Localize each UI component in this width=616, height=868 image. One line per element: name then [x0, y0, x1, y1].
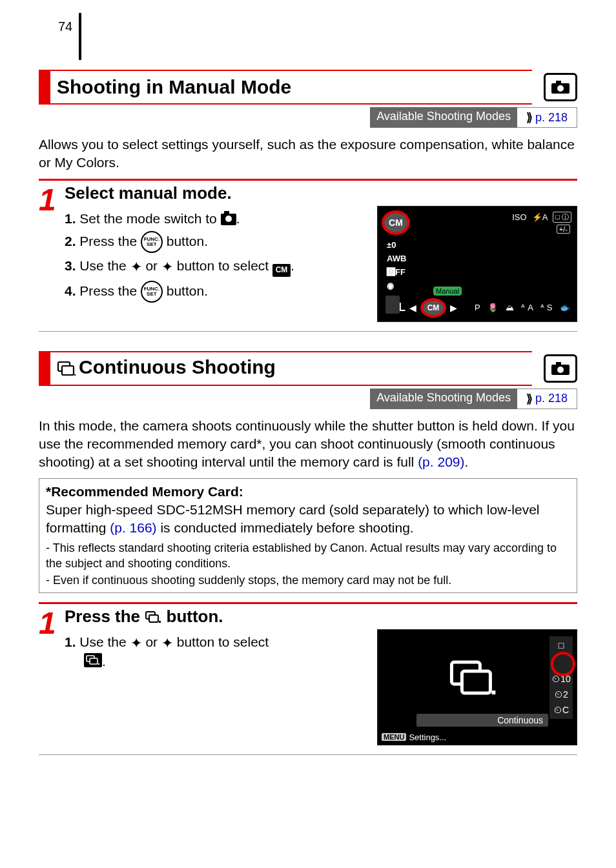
- page-ref: p. 218: [535, 392, 568, 405]
- camera-icon: [221, 214, 236, 225]
- step-line-2: 2. Press the FUNC.SET button.: [65, 231, 369, 253]
- step1-title: Select manual mode.: [65, 183, 232, 203]
- available-modes-label: Available Shooting Modes: [370, 107, 517, 128]
- lcd-iso-icon: ISO: [512, 212, 526, 222]
- step-number: 1: [39, 183, 65, 216]
- section2-intro: In this mode, the camera shoots continuo…: [39, 417, 577, 472]
- page-ref: p. 218: [535, 111, 568, 125]
- arrow-right-icon: ✦: [161, 259, 173, 275]
- lcd-continuous-highlight: [551, 652, 575, 676]
- lcd-continuous-label: Continuous: [416, 714, 548, 727]
- svg-point-2: [557, 85, 564, 92]
- svg-rect-10: [159, 621, 161, 623]
- recommended-card-box: *Recommended Memory Card: Super high-spe…: [39, 478, 577, 593]
- step-number: 1: [39, 607, 65, 639]
- camera-icon: [551, 80, 570, 94]
- arrow-up-icon: ✦: [130, 635, 142, 651]
- svg-rect-1: [556, 81, 561, 84]
- page-number: 74: [39, 13, 81, 60]
- arrow-left-icon: ✦: [130, 259, 142, 275]
- lcd-manual-tooltip: Manual: [433, 287, 462, 296]
- lcd-om-row-highlight: CM: [420, 298, 446, 318]
- available-modes-link[interactable]: ⟫ p. 218: [517, 107, 577, 128]
- lcd-mode-row-icons: P 🌷 ⛰ ᴬA ᴬS 🐟: [461, 303, 573, 312]
- lcd-continuous-large-icon: [447, 658, 497, 697]
- lcd-awb-icon: AWB: [387, 254, 406, 263]
- lcd-sd-icon: [385, 296, 400, 314]
- svg-rect-6: [556, 362, 561, 365]
- svg-rect-4: [62, 366, 74, 375]
- page-ref-link[interactable]: (p. 166): [110, 520, 156, 535]
- lcd-drive-menu-column: □ ⏲10 ⏲2 ⏲C: [549, 636, 573, 719]
- lcd-preview-continuous: □ ⏲10 ⏲2 ⏲C Continuous MENU Settings...: [377, 629, 577, 745]
- continuous-icon: [57, 359, 76, 381]
- lcd-om-highlight: CM: [382, 210, 410, 235]
- svg-rect-12: [90, 658, 98, 664]
- shooting-mode-icon: [544, 73, 577, 101]
- func-set-button-icon: FUNC.SET: [141, 231, 163, 253]
- lcd-preview-manual: CM ISO ⚡A □ ⓘ +/- ±0 AWB 🅾FF ◉: [377, 206, 577, 322]
- lcd-disp-icon: □ ⓘ: [553, 212, 571, 223]
- camera-icon: [551, 361, 570, 376]
- lcd-single-icon: □: [559, 640, 564, 651]
- footnote-2: - Even if continuous shooting suddenly s…: [46, 572, 570, 588]
- section-heading: Continuous Shooting: [39, 351, 532, 386]
- lcd-exp-icon: +/-: [557, 225, 570, 234]
- lcd-metering-icon: ◉: [387, 281, 406, 290]
- step-title: Press the button.: [65, 607, 223, 627]
- section2-title: Continuous Shooting: [50, 356, 276, 381]
- section1-intro: Allows you to select settings yourself, …: [39, 136, 577, 172]
- shooting-mode-icon: [544, 354, 577, 383]
- page-ref-link[interactable]: (p. 209): [418, 454, 464, 469]
- chevron-double-icon: ⟫: [526, 110, 533, 125]
- step-line-3: 3. Use the ✦ or ✦ button to select CM.: [65, 257, 369, 277]
- svg-rect-16: [491, 691, 495, 694]
- lcd-menu-settings-hint: MENU Settings...: [382, 732, 446, 742]
- continuous-icon: [84, 653, 102, 667]
- heading-accent: [39, 71, 50, 103]
- step-line-1: 1. Use the ✦ or ✦ button to select .: [65, 633, 369, 671]
- step-line-4: 4. Press the FUNC.SET button.: [65, 281, 369, 303]
- footnote-1: - This reflects standard shooting criter…: [46, 540, 570, 572]
- lcd-timer2-icon: ⏲2: [554, 689, 568, 700]
- svg-rect-9: [149, 615, 158, 622]
- lcd-off-icon: 🅾FF: [387, 267, 406, 277]
- chevron-double-icon: ⟫: [526, 392, 533, 406]
- lcd-flash-auto-icon: ⚡A: [532, 212, 548, 222]
- lcd-timerC-icon: ⏲C: [553, 705, 569, 715]
- arrow-down-icon: ✦: [161, 635, 173, 651]
- svg-point-7: [557, 367, 564, 373]
- step-line-1: 1. Set the mode switch to .: [65, 210, 369, 227]
- lcd-expcomp-icon: ±0: [387, 240, 406, 250]
- func-set-button-icon: FUNC.SET: [141, 281, 163, 303]
- available-modes-link[interactable]: ⟫ p. 218: [517, 389, 577, 409]
- om-mode-icon: CM: [272, 264, 291, 277]
- svg-rect-15: [462, 671, 490, 693]
- section1-title: Shooting in Manual Mode: [50, 76, 291, 98]
- heading-accent: [39, 352, 50, 385]
- continuous-icon: [145, 611, 161, 623]
- svg-rect-13: [98, 663, 99, 665]
- available-modes-label: Available Shooting Modes: [370, 389, 517, 409]
- menu-pill-icon: MENU: [382, 733, 406, 741]
- section-heading: Shooting in Manual Mode: [39, 70, 532, 105]
